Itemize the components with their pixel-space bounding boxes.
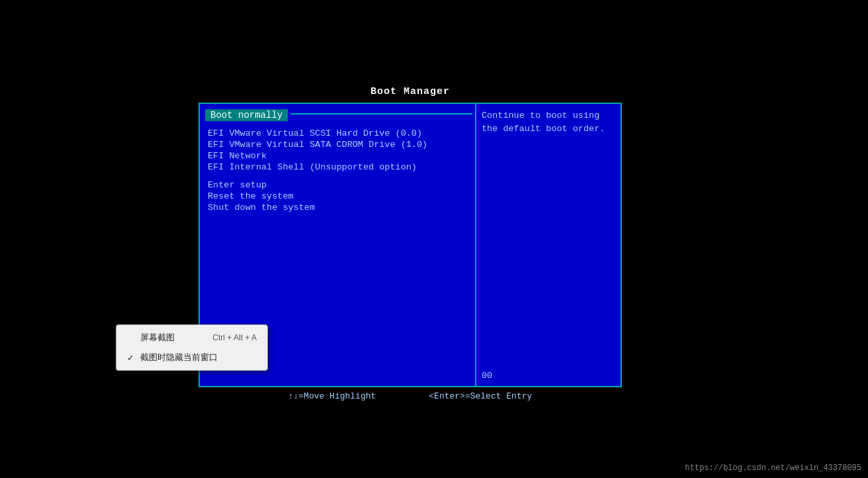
menu-item-efi-shell[interactable]: EFI Internal Shell (Unsupported option)	[205, 162, 470, 173]
context-menu-hide-window[interactable]: ✓ 截图时隐藏当前窗口	[116, 348, 267, 367]
context-menu-screenshot[interactable]: 屏幕截图 Ctrl + Alt + A	[116, 328, 267, 348]
menu-item-efi-sata[interactable]: EFI VMware Virtual SATA CDROM Drive (1.0…	[205, 139, 470, 150]
menu-spacer-mid	[205, 173, 470, 179]
bios-help-code: 00	[482, 371, 492, 381]
menu-item-efi-network[interactable]: EFI Network	[205, 150, 470, 162]
bios-menu-items: EFI VMware Virtual SCSI Hard Drive (0.0)…	[200, 121, 475, 213]
menu-spacer-top	[205, 121, 470, 128]
menu-item-reset[interactable]: Reset the system	[205, 191, 470, 202]
hide-window-checkmark: ✓	[127, 353, 138, 363]
footer-right: <Enter>=Select Entry	[429, 391, 532, 401]
menu-top-line	[290, 113, 472, 115]
footer-left: ↑↓=Move Highlight	[288, 391, 376, 401]
menu-item-efi-scsi[interactable]: EFI VMware Virtual SCSI Hard Drive (0.0)	[205, 128, 470, 139]
screenshot-checkmark	[127, 333, 138, 343]
screenshot-label: 屏幕截图	[140, 332, 175, 344]
menu-item-shutdown[interactable]: Shut down the system	[205, 202, 470, 213]
menu-item-enter-setup[interactable]: Enter setup	[205, 179, 470, 191]
bios-help-text: Continue to boot using the default boot …	[482, 109, 615, 136]
context-menu: 屏幕截图 Ctrl + Alt + A ✓ 截图时隐藏当前窗口	[116, 324, 268, 371]
watermark: https://blog.csdn.net/weixin_43378095	[685, 463, 861, 473]
bios-footer: ↑↓=Move Highlight <Enter>=Select Entry	[288, 391, 533, 401]
bios-help-panel: Continue to boot using the default boot …	[476, 103, 622, 387]
hide-window-label: 截图时隐藏当前窗口	[140, 352, 218, 363]
bios-title: Boot Manager	[370, 86, 450, 97]
menu-top-row: Boot normally	[200, 104, 475, 121]
selected-item-label[interactable]: Boot normally	[205, 109, 288, 121]
screenshot-shortcut: Ctrl + Alt + A	[199, 333, 257, 342]
